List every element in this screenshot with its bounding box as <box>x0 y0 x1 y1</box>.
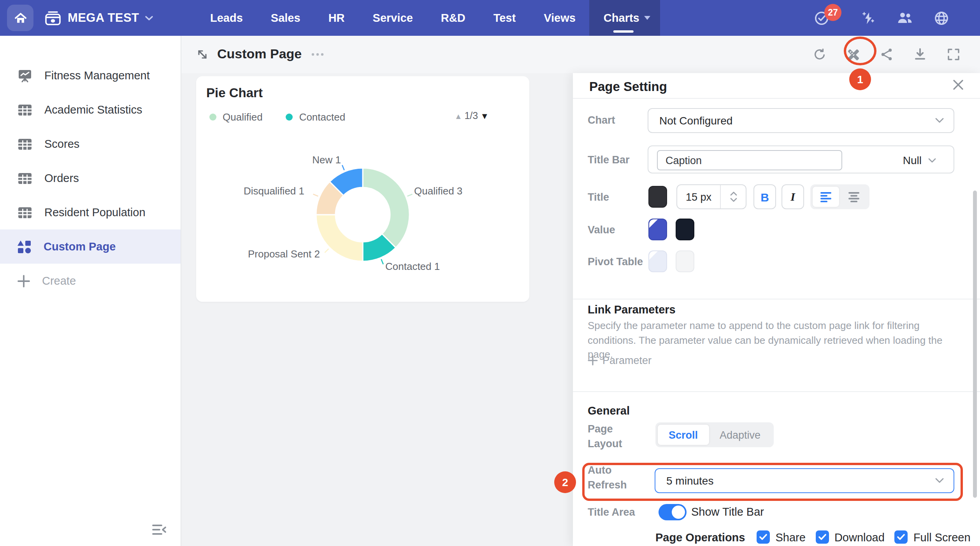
share-icon <box>880 47 894 61</box>
nav-item-test[interactable]: Test <box>479 0 530 36</box>
fullscreen-button[interactable] <box>946 47 961 62</box>
expand-diagonal-icon[interactable] <box>196 48 209 61</box>
page-setting-panel: Page Setting Chart Not Configured Title … <box>573 73 980 546</box>
download-button[interactable] <box>912 47 928 62</box>
pivot-color-swatch-lavender[interactable] <box>648 250 667 272</box>
sidebar-item-label: Orders <box>44 172 79 184</box>
panel-close-button[interactable] <box>952 79 964 94</box>
nav-item-charts[interactable]: Charts <box>590 0 660 36</box>
users-button[interactable] <box>897 11 913 25</box>
slice-label-qualified: Qualified 3 <box>414 185 462 197</box>
value-color-swatch-blue[interactable] <box>648 219 667 240</box>
page-layout-label-line2: Layout <box>588 438 622 450</box>
share-button[interactable] <box>879 47 894 62</box>
stepper-down-icon[interactable] <box>730 198 737 202</box>
caption-input[interactable]: Caption <box>657 150 842 170</box>
tasks-button[interactable]: 27 <box>814 10 829 25</box>
slice-label-contacted: Contacted 1 <box>385 261 440 272</box>
title-color-swatch[interactable] <box>648 186 667 208</box>
notification-badge[interactable]: 27 <box>824 4 841 21</box>
chevron-down-icon <box>935 478 944 484</box>
pager-down-arrow[interactable]: ▼ <box>480 111 489 121</box>
value-color-swatch-dark[interactable] <box>676 219 694 240</box>
main-content: Custom Page <box>181 36 980 546</box>
sidebar: Fitness Management Academic Statistics S… <box>0 36 181 546</box>
slice-label-disqualified: Disqualified 1 <box>244 185 304 197</box>
align-left-button[interactable] <box>813 187 839 207</box>
panel-scrollbar[interactable] <box>973 191 977 498</box>
content-header: Custom Page <box>181 36 980 73</box>
nav-item-hr[interactable]: HR <box>314 0 359 36</box>
workspace-switcher[interactable]: MEGA TEST <box>44 10 153 26</box>
plus-icon <box>588 355 598 366</box>
table-icon <box>17 172 33 185</box>
sidebar-create-label: Create <box>42 275 76 287</box>
pivot-table-field-label: Pivot Table <box>588 256 643 268</box>
sidebar-item-scores[interactable]: Scores <box>0 127 181 161</box>
auto-refresh-label-line2: Refresh <box>588 479 627 491</box>
pager-up-arrow[interactable]: ▲ <box>455 112 462 120</box>
legend-item-qualified[interactable]: Qualified <box>209 111 263 123</box>
full-screen-checkbox-item[interactable]: Full Screen <box>895 530 971 544</box>
add-parameter-button[interactable]: Parameter <box>588 355 652 366</box>
stepper-arrows[interactable] <box>721 185 746 208</box>
more-options-icon[interactable] <box>310 52 324 57</box>
sidebar-item-orders[interactable]: Orders <box>0 161 181 195</box>
sidebar-item-academic-statistics[interactable]: Academic Statistics <box>0 93 181 127</box>
download-checkbox-item[interactable]: Download <box>816 530 885 544</box>
page-layout-label-line1: Page <box>588 423 613 435</box>
nav-item-views[interactable]: Views <box>530 0 590 36</box>
top-nav: MEGA TEST Leads Sales HR Service R&D Tes… <box>0 0 980 36</box>
nav-item-service[interactable]: Service <box>359 0 427 36</box>
font-size-stepper[interactable]: 15 px <box>676 184 746 209</box>
auto-refresh-value: 5 minutes <box>666 474 713 487</box>
page-title: Custom Page <box>217 47 302 62</box>
stepper-up-icon[interactable] <box>730 191 737 196</box>
download-checkbox[interactable] <box>816 530 829 544</box>
refresh-button[interactable] <box>812 47 827 62</box>
sidebar-collapse-button[interactable] <box>152 523 167 539</box>
sidebar-list: Fitness Management Academic Statistics S… <box>0 36 181 298</box>
show-title-bar-toggle[interactable] <box>659 504 687 520</box>
chart-field-label: Chart <box>588 114 615 126</box>
align-center-icon <box>848 192 860 202</box>
sidebar-item-fitness-management[interactable]: Fitness Management <box>0 58 181 93</box>
sidebar-item-label: Academic Statistics <box>44 103 142 116</box>
home-button[interactable] <box>7 5 33 31</box>
pivot-color-swatch-gray[interactable] <box>676 250 694 272</box>
full-screen-checkbox[interactable] <box>895 530 908 544</box>
nav-item-sales[interactable]: Sales <box>257 0 314 36</box>
general-heading: General <box>588 404 630 417</box>
sidebar-item-resident-population[interactable]: Resident Population <box>0 195 181 229</box>
download-icon <box>913 47 927 61</box>
share-checkbox[interactable] <box>757 530 770 544</box>
title-bar-null-select[interactable]: Null <box>903 146 936 174</box>
page-layout-adaptive-option[interactable]: Adaptive <box>709 425 771 445</box>
sidebar-create-button[interactable]: Create <box>0 264 181 298</box>
title-bar-control: Caption Null <box>648 145 954 173</box>
panel-header: Page Setting <box>573 73 980 99</box>
italic-button[interactable]: I <box>782 184 804 209</box>
section-divider <box>573 299 980 299</box>
legend-item-contacted[interactable]: Contacted <box>286 111 346 123</box>
page-layout-scroll-option[interactable]: Scroll <box>658 425 709 445</box>
ai-assistant-button[interactable] <box>861 10 876 25</box>
edit-page-button[interactable] <box>845 47 861 62</box>
chevron-down-icon <box>144 15 153 21</box>
sidebar-item-custom-page[interactable]: Custom Page <box>0 229 181 264</box>
legend-dot <box>286 114 293 121</box>
auto-refresh-select[interactable]: 5 minutes <box>655 468 954 493</box>
language-button[interactable] <box>934 10 949 25</box>
share-checkbox-item[interactable]: Share <box>757 530 805 544</box>
font-size-value: 15 px <box>677 185 721 208</box>
nav-item-leads[interactable]: Leads <box>196 0 257 36</box>
refresh-icon <box>813 47 827 61</box>
bold-button[interactable]: B <box>753 184 776 209</box>
pie-chart-widget[interactable]: Pie Chart Qualified Contacted ▲ 1/3 ▼ Ne… <box>196 76 529 302</box>
custom-page-shapes-icon <box>17 239 32 254</box>
value-field-label: Value <box>588 224 615 236</box>
title-area-label: Title Area <box>588 506 635 518</box>
nav-item-rd[interactable]: R&D <box>427 0 479 36</box>
align-center-button[interactable] <box>841 187 867 207</box>
chart-select[interactable]: Not Configured <box>648 108 954 133</box>
